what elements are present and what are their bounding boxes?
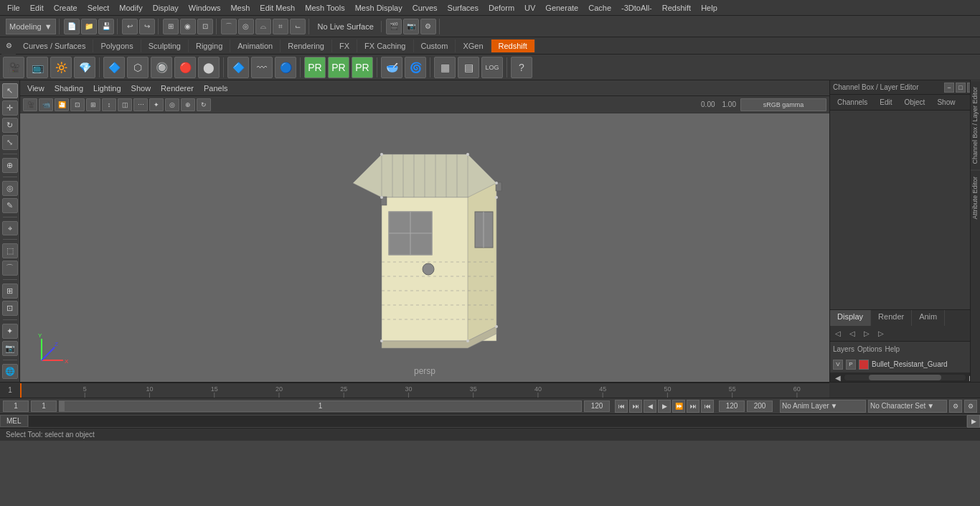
vp-tb-6[interactable]: ◫ (118, 98, 132, 111)
ipr-button[interactable]: 📷 (403, 19, 419, 34)
shelf-tab-polygons[interactable]: Polygons (93, 39, 141, 52)
move-tool-button[interactable]: ✛ (2, 100, 18, 116)
shelf-tab-rendering[interactable]: Rendering (281, 39, 332, 52)
end-frame-input[interactable] (584, 400, 610, 412)
layer-tab-anim[interactable]: Anim (912, 310, 945, 326)
layer-scroll-left[interactable]: ◀ (831, 371, 844, 384)
pb-prev-key-button[interactable]: ⏭ (629, 400, 642, 413)
rs-icon-2[interactable]: 📺 (27, 57, 48, 78)
open-file-button[interactable]: 📁 (81, 19, 97, 34)
menu-edit[interactable]: Edit (26, 2, 48, 14)
vp-tb-11[interactable]: ↻ (197, 98, 211, 111)
shelf-tab-animation[interactable]: Animation (230, 39, 281, 52)
menu-redshift[interactable]: Redshift (658, 2, 695, 14)
menu-deform[interactable]: Deform (484, 2, 519, 14)
char-set-dropdown[interactable]: No Character Set ▼ (868, 400, 947, 413)
menu-edit-mesh[interactable]: Edit Mesh (255, 2, 299, 14)
mel-run-button[interactable]: ▶ (967, 415, 980, 428)
layer-scroll-track[interactable] (844, 375, 966, 380)
playback-max-frame[interactable] (747, 400, 773, 412)
menu-windows[interactable]: Windows (184, 2, 225, 14)
shelf-tab-rigging[interactable]: Rigging (189, 39, 230, 52)
menu-surfaces[interactable]: Surfaces (443, 2, 483, 14)
rotate-tool-button[interactable]: ↻ (2, 118, 18, 133)
menu-mesh-display[interactable]: Mesh Display (351, 2, 407, 14)
rs-pr-icon-2[interactable]: PR (328, 57, 349, 78)
render-settings-button[interactable]: ⚙ (420, 19, 436, 34)
marquee-select-button[interactable]: ⬚ (2, 243, 18, 258)
snap-grid-button[interactable]: ⊞ (2, 284, 18, 299)
playback-end-frame[interactable] (719, 400, 745, 412)
layer-prev-button-1[interactable]: ◁ (831, 327, 844, 340)
shelf-tab-xgen[interactable]: XGen (456, 39, 491, 52)
viewport-menu-shading[interactable]: Shading (50, 83, 88, 94)
current-frame-input[interactable] (3, 400, 29, 412)
layer-scrollbar[interactable]: ◀ ▶ (830, 373, 980, 382)
menu-3dto[interactable]: -3DtoAll- (617, 2, 656, 14)
rs-pr-icon-3[interactable]: PR (352, 57, 373, 78)
shelf-tab-fx-caching[interactable]: FX Caching (357, 39, 413, 52)
layer-menu-help[interactable]: Help (885, 345, 900, 353)
frame-input-2[interactable] (31, 400, 57, 412)
anim-layer-dropdown[interactable]: No Anim Layer ▼ (780, 400, 866, 413)
menu-file[interactable]: File (3, 2, 24, 14)
pb-next-key-button[interactable]: ⏭ (687, 400, 699, 413)
mel-tab-button[interactable]: MEL (0, 415, 28, 427)
menu-mesh-tools[interactable]: Mesh Tools (301, 2, 349, 14)
universal-manip-button[interactable]: ⊕ (2, 158, 18, 173)
channel-tab-edit[interactable]: Edit (874, 97, 898, 108)
vp-tb-9[interactable]: ◎ (165, 98, 179, 111)
rs-icon-help[interactable]: ? (511, 57, 532, 78)
layer-prev-button-2[interactable]: ◁ (846, 327, 859, 340)
rs-icon-mat2[interactable]: ▤ (458, 57, 479, 78)
layer-next-button-2[interactable]: ▷ (875, 327, 887, 340)
menu-create[interactable]: Create (50, 2, 82, 14)
menu-uv[interactable]: UV (520, 2, 540, 14)
pb-fwd-button[interactable]: ⏩ (672, 400, 685, 413)
xray-button[interactable]: 🌐 (2, 364, 18, 379)
layer-item-bullet[interactable]: V P Bullet_Resistant_Guard (830, 356, 980, 373)
layer-playback-button[interactable]: P (846, 360, 856, 370)
menu-mesh[interactable]: Mesh (226, 2, 254, 14)
viewport-menu-renderer[interactable]: Renderer (156, 83, 198, 94)
paint-select-button[interactable]: ◎ (238, 19, 254, 34)
layer-scroll-thumb[interactable] (869, 375, 941, 380)
vp-gamma-dropdown[interactable]: sRGB gamma (740, 98, 826, 111)
rs-icon-log[interactable]: LOG (481, 57, 503, 78)
rs-icon-1[interactable]: 🎥 (3, 57, 24, 78)
shelf-gear-button[interactable]: ⚙ (1, 37, 16, 55)
soft-select-button[interactable]: ⌓ (255, 19, 271, 34)
rs-icon-7[interactable]: 🔘 (151, 57, 172, 78)
shelf-tab-curves-surfaces[interactable]: Curves / Surfaces (16, 39, 93, 52)
rp-minimize-button[interactable]: − (944, 83, 954, 93)
show-manip-button[interactable]: ⌖ (2, 221, 18, 236)
rs-icon-fan[interactable]: 🌀 (405, 57, 426, 78)
frame-slider[interactable]: 1 (59, 400, 582, 412)
channel-tab-channels[interactable]: Channels (831, 97, 874, 108)
menu-curves[interactable]: Curves (408, 2, 442, 14)
menu-select[interactable]: Select (83, 2, 114, 14)
rs-icon-6[interactable]: ⬡ (127, 57, 149, 78)
timeline[interactable]: 5 10 15 20 25 30 35 40 45 50 55 60 (20, 383, 829, 398)
rs-ipr-icon[interactable]: PR (304, 57, 326, 78)
symmetry-select-button[interactable]: ⌗ (273, 19, 288, 34)
camera-button[interactable]: 📷 (2, 341, 18, 356)
layer-color-swatch[interactable] (859, 360, 869, 370)
rp-maximize-button[interactable]: □ (956, 83, 966, 93)
channel-tab-show[interactable]: Show (931, 97, 961, 108)
save-file-button[interactable]: 💾 (98, 19, 114, 34)
rs-icon-11[interactable]: 〰 (251, 57, 273, 78)
vp-tb-4[interactable]: ⊡ (70, 98, 85, 111)
rs-icon-5[interactable]: 🔷 (103, 57, 125, 78)
char-set-icon-1[interactable]: ⚙ (949, 400, 962, 413)
select-by-hierarchy-button[interactable]: ⊞ (163, 19, 179, 34)
vp-tb-snap[interactable]: ⊞ (86, 98, 100, 111)
vp-tb-10[interactable]: ⊕ (181, 98, 195, 111)
menu-cache[interactable]: Cache (584, 2, 616, 14)
viewport-menu-show[interactable]: Show (127, 83, 156, 94)
edge-tab-channel-box[interactable]: Channel Box / Layer Editor (971, 80, 980, 170)
char-set-icon-2[interactable]: ⚙ (964, 400, 977, 413)
menu-modify[interactable]: Modify (115, 2, 146, 14)
workspace-dropdown[interactable]: Modeling ▼ (6, 19, 56, 34)
viewport-menu-panels[interactable]: Panels (199, 83, 232, 94)
